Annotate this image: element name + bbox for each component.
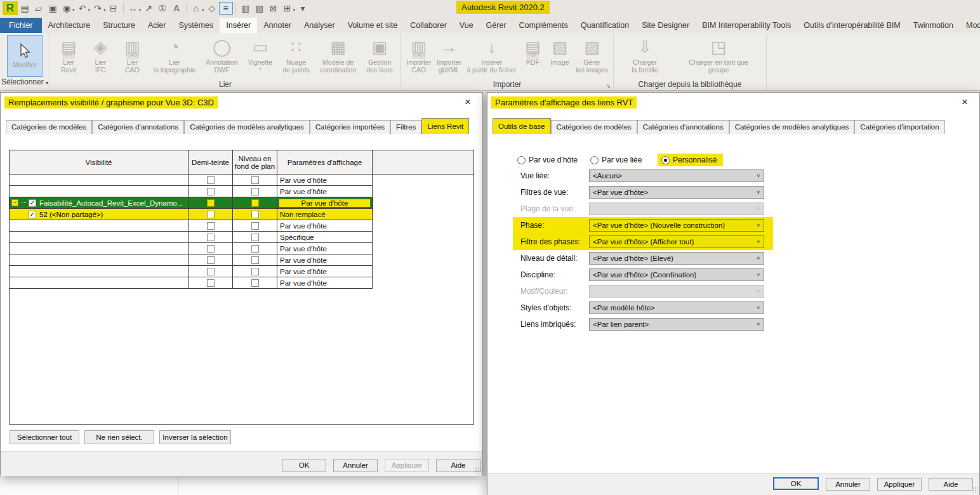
tab-categories-de-modeles[interactable]: Catégories de modèles: [6, 120, 92, 134]
tab-acier[interactable]: Acier: [142, 18, 172, 33]
filtres-de-vue-dropdown[interactable]: <Par vue d'hôte>∨: [589, 186, 764, 199]
annuler-button[interactable]: Annuler: [826, 478, 870, 491]
vue-liee-dropdown[interactable]: <Aucun>∨: [589, 169, 764, 182]
charger-la-famille-button[interactable]: ⇩ Chargerla famille: [629, 35, 660, 74]
discipline-dropdown[interactable]: <Par vue d'hôte> (Coordination)∨: [589, 268, 764, 281]
niveau-checkbox[interactable]: [251, 222, 259, 230]
ne-rien-select-button[interactable]: Ne rien sélect.: [84, 430, 154, 444]
tab-outils-de-base[interactable]: Outils de base: [493, 118, 551, 134]
resize-grip[interactable]: [475, 467, 481, 473]
visibility-checkbox[interactable]: ✓: [29, 211, 36, 218]
niveau-checkbox[interactable]: [251, 176, 259, 184]
display-setting-cell[interactable]: Par vue d'hôte: [277, 243, 373, 254]
default-3d-view-icon[interactable]: ⌂: [189, 2, 203, 15]
display-setting-cell[interactable]: Par vue d'hôte: [277, 220, 373, 232]
radio-par-vue-hote[interactable]: Par vue d'hôte: [517, 154, 578, 166]
measure-icon[interactable]: ↔: [126, 2, 140, 15]
niveau-checkbox[interactable]: [251, 245, 259, 253]
tab-liens-revit[interactable]: Liens Revit: [421, 118, 469, 134]
tab-twinmotion[interactable]: Twinmotion: [907, 18, 960, 33]
demi-teinte-checkbox[interactable]: [207, 268, 215, 275]
sync-caret-icon[interactable]: ▾: [72, 8, 75, 13]
filtre-des-phases-dropdown[interactable]: <Par vue d'hôte> (Afficher tout)∨: [589, 235, 764, 248]
demi-teinte-checkbox[interactable]: [207, 234, 215, 241]
demi-teinte-checkbox[interactable]: [207, 222, 215, 230]
open-icon[interactable]: ▱: [32, 2, 46, 15]
display-setting-cell[interactable]: Non remplacé: [277, 209, 373, 220]
text-icon[interactable]: A: [169, 2, 183, 15]
lier-cao-button[interactable]: ▥CAD LierCAO: [119, 35, 145, 74]
print-icon[interactable]: ⊟: [107, 2, 121, 15]
ok-button[interactable]: OK: [282, 459, 326, 472]
aide-button[interactable]: Aide: [436, 459, 480, 472]
close-icon[interactable]: ×: [958, 96, 972, 109]
resize-grip[interactable]: [972, 487, 978, 493]
display-setting-cell[interactable]: Par vue d'hôte: [277, 175, 373, 186]
tab-structure[interactable]: Structure: [96, 18, 142, 33]
tab-fichier[interactable]: Fichier: [0, 18, 42, 33]
undo-caret-icon[interactable]: ▾: [88, 8, 91, 13]
tab-systemes[interactable]: Systèmes: [172, 18, 220, 33]
niveau-checkbox[interactable]: [251, 199, 259, 207]
thin-lines-icon[interactable]: ≡: [219, 2, 233, 15]
demi-teinte-checkbox[interactable]: [207, 279, 215, 287]
selectionner-tout-button[interactable]: Sélectionner tout: [10, 430, 79, 444]
ok-button[interactable]: OK: [773, 477, 819, 490]
nuage-de-points-button[interactable]: ∷ Nuagede points: [280, 35, 312, 74]
display-setting-button[interactable]: Par vue d'hôte: [279, 199, 371, 208]
niveau-checkbox[interactable]: [251, 279, 259, 287]
redo-caret-icon[interactable]: ▾: [103, 8, 106, 13]
radio-par-vue-liee[interactable]: Par vue liée: [590, 154, 642, 166]
tab-categories-de-modeles[interactable]: Catégories de modèles: [551, 120, 637, 134]
tab-bim-interoperability-tools[interactable]: BIM Interoperability Tools: [696, 18, 797, 33]
sync-icon[interactable]: ◉: [60, 2, 74, 15]
demi-teinte-checkbox[interactable]: [207, 188, 215, 195]
switch-windows-icon[interactable]: ⊞: [281, 2, 295, 15]
tab-categories-annotations[interactable]: Catégories d'annotations: [92, 120, 184, 134]
display-setting-cell[interactable]: Spécifique: [277, 232, 373, 243]
niveau-de-detail-dropdown[interactable]: <Par vue d'hôte> (Elevé)∨: [589, 252, 764, 265]
tab-categories-importees[interactable]: Catégories importées: [310, 120, 390, 134]
importer-gbxml-button[interactable]: → ImportergbXML: [434, 35, 464, 74]
aide-button[interactable]: Aide: [929, 478, 973, 491]
tab-outils-interoperabilite-bim[interactable]: Outils d'interopérabilité BIM: [797, 18, 906, 33]
niveau-checkbox[interactable]: [251, 234, 259, 241]
tab-categories-importation[interactable]: Catégories d'importation: [854, 120, 944, 134]
pdf-button[interactable]: ▤PDF PDF: [519, 35, 546, 67]
table-row-highlighted[interactable]: ✓ 52 (<Non partagé>) Non remplacé: [10, 209, 373, 220]
tab-inserer[interactable]: Insérer: [220, 18, 257, 33]
demi-teinte-checkbox[interactable]: [207, 199, 215, 207]
properties-icon[interactable]: ▤: [18, 2, 32, 15]
inverser-la-selection-button[interactable]: Inverser la sélection: [159, 430, 231, 444]
tab-annoter[interactable]: Annoter: [257, 18, 298, 33]
tab-volume-et-site[interactable]: Volume et site: [341, 18, 404, 33]
collapse-icon[interactable]: −: [11, 199, 18, 206]
schedule-icon[interactable]: ▥: [239, 2, 253, 15]
niveau-checkbox[interactable]: [251, 256, 259, 264]
tag-all-icon[interactable]: ▨: [253, 2, 267, 15]
tab-filtres[interactable]: Filtres: [390, 120, 421, 134]
niveau-checkbox[interactable]: [251, 268, 259, 275]
display-setting-cell[interactable]: Par vue d'hôte: [277, 266, 373, 277]
display-setting-cell[interactable]: Par vue d'hôte: [277, 254, 373, 266]
switch-windows-caret-icon[interactable]: ▾: [293, 8, 296, 13]
demi-teinte-checkbox[interactable]: [207, 245, 215, 253]
customize-qat-icon[interactable]: ▾: [296, 2, 310, 15]
appliquer-button[interactable]: Appliquer: [877, 478, 922, 491]
tab-vue[interactable]: Vue: [453, 18, 480, 33]
undo-icon[interactable]: ↶: [76, 2, 89, 15]
importer-panel-launcher-icon[interactable]: ↘: [606, 82, 611, 89]
styles-objets-dropdown[interactable]: <Par modèle hôte>∨: [589, 301, 764, 314]
tab-complements[interactable]: Compléments: [513, 18, 574, 33]
annotation-dwf-button[interactable]: ◯ AnnotationDWF: [203, 35, 240, 74]
tab-modifier[interactable]: Modifier: [960, 18, 980, 33]
save-icon[interactable]: ▣: [46, 2, 60, 15]
lier-revit-button[interactable]: ▤RVT LierRevit: [55, 35, 82, 74]
image-button[interactable]: ▧ Image: [546, 35, 573, 67]
tab-analyser[interactable]: Analyser: [298, 18, 341, 33]
lier-topographie-button[interactable]: ◔ Lierla topographie: [151, 35, 199, 74]
tab-gerer[interactable]: Gérer: [480, 18, 513, 33]
modele-coordination-button[interactable]: ▦ Modèle decoordination: [317, 35, 359, 74]
visibility-checkbox[interactable]: ✓: [29, 199, 36, 207]
tab-categories-annotations[interactable]: Catégories d'annotations: [637, 120, 729, 134]
